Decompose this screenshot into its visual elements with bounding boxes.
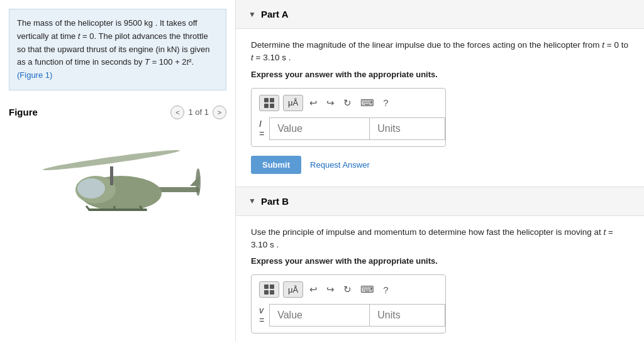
part-b-question: Use the principle of impulse and momentu… (251, 226, 629, 252)
part-a-submit-button[interactable]: Submit (251, 156, 301, 174)
svg-rect-1 (155, 187, 199, 192)
part-a-request-answer-link[interactable]: Request Answer (310, 160, 370, 170)
part-a-input-box: μÅ ↩ ↪ ↻ ⌨ ? I = (251, 88, 446, 147)
part-a-help-icon[interactable]: ? (380, 96, 391, 109)
part-b-grid-button[interactable] (259, 281, 279, 298)
part-a-collapse-icon[interactable]: ▼ (248, 10, 256, 19)
figure-link[interactable]: (Figure 1) (17, 70, 52, 80)
svg-rect-10 (110, 166, 113, 185)
figure-prev-button[interactable]: < (170, 106, 184, 119)
svg-line-7 (86, 206, 89, 210)
part-b-mu-button[interactable]: μÅ (283, 281, 303, 298)
part-a-redo-icon[interactable]: ↪ (324, 96, 337, 110)
part-a-mu-button[interactable]: μÅ (283, 95, 303, 111)
part-a-refresh-icon[interactable]: ↻ (341, 96, 354, 110)
helicopter-image-container (9, 126, 226, 239)
figure-page-indicator: 1 of 1 (188, 107, 209, 117)
part-b-units-input[interactable] (370, 304, 445, 327)
part-b-input-box: μÅ ↩ ↪ ↻ ⌨ ? v = (251, 274, 446, 333)
part-a-value-input[interactable] (269, 117, 370, 140)
part-b-help-icon[interactable]: ? (380, 283, 391, 296)
part-b-value-row: v = (259, 304, 438, 327)
part-a-grid-button[interactable] (259, 95, 279, 111)
figure-section: Figure < 1 of 1 > (0, 99, 235, 341)
part-a-var-label: I = (259, 119, 264, 139)
part-a-units-input[interactable] (370, 117, 445, 140)
part-b-redo-icon[interactable]: ↪ (324, 283, 337, 296)
part-a-undo-icon[interactable]: ↩ (307, 96, 320, 110)
part-b-undo-icon[interactable]: ↩ (307, 283, 320, 296)
part-b-value-input[interactable] (269, 304, 370, 327)
right-panel: ▼ Part A Determine the magnitude of the … (236, 0, 644, 341)
part-a-header[interactable]: ▼ Part A (236, 0, 644, 29)
part-a-question: Determine the magnitude of the linear im… (251, 39, 629, 65)
grid-icon (264, 98, 274, 108)
problem-text-content: The mass of the helicopter is 9500 kg . … (17, 18, 209, 67)
part-b-keyboard-icon[interactable]: ⌨ (358, 283, 377, 296)
part-b-toolbar: μÅ ↩ ↪ ↻ ⌨ ? (259, 281, 438, 298)
part-a-toolbar: μÅ ↩ ↪ ↻ ⌨ ? (259, 95, 438, 111)
part-a-action-row: Submit Request Answer (251, 156, 629, 174)
figure-header: Figure < 1 of 1 > (9, 106, 226, 119)
part-a-label: Part A (261, 9, 289, 19)
part-b-label: Part B (261, 196, 289, 207)
part-a-body: Determine the magnitude of the linear im… (236, 29, 644, 187)
svg-point-5 (77, 178, 105, 198)
left-panel: The mass of the helicopter is 9500 kg . … (0, 0, 236, 341)
figure-title: Figure (9, 107, 38, 117)
part-b-header[interactable]: ▼ Part B (236, 187, 644, 216)
part-b-express: Express your answer with the appropriate… (251, 256, 629, 266)
part-a-express: Express your answer with the appropriate… (251, 70, 629, 79)
figure-nav: < 1 of 1 > (170, 106, 226, 119)
part-b-var-label: v = (259, 305, 264, 325)
part-a-keyboard-icon[interactable]: ⌨ (358, 96, 377, 110)
figure-next-button[interactable]: > (213, 106, 226, 119)
problem-description: The mass of the helicopter is 9500 kg . … (9, 9, 226, 90)
part-a-value-row: I = (259, 117, 438, 140)
grid-icon-b (264, 284, 274, 295)
part-b-collapse-icon[interactable]: ▼ (248, 197, 256, 205)
part-b-refresh-icon[interactable]: ↻ (341, 283, 354, 296)
part-b-section: ▼ Part B Use the principle of impulse an… (236, 187, 644, 342)
part-b-body: Use the principle of impulse and momentu… (236, 216, 644, 342)
helicopter-image (30, 132, 206, 232)
part-a-section: ▼ Part A Determine the magnitude of the … (236, 0, 644, 187)
